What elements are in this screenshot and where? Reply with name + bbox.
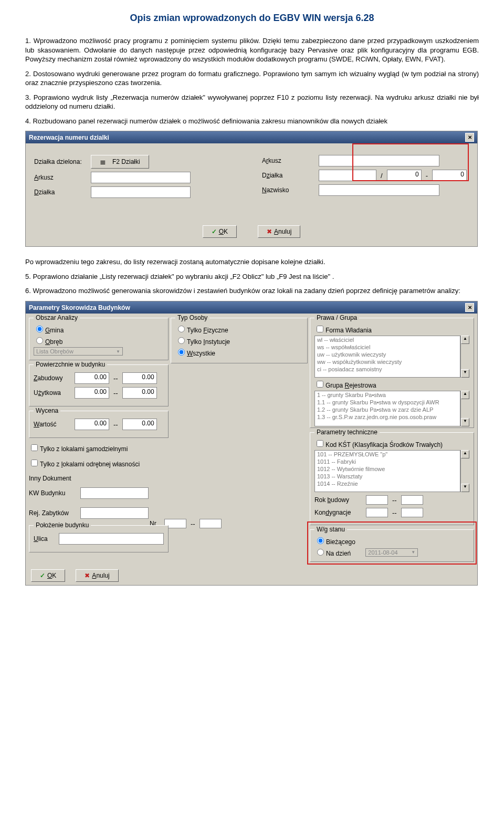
scroll-down-icon[interactable]: ▼ [461, 418, 469, 426]
sep: -- [113, 374, 118, 382]
scroll-down-icon[interactable]: ▼ [461, 369, 469, 378]
list-item[interactable]: 1 -- grunty Skarbu Pa•stwa [315, 391, 460, 399]
typ-title: Typ Osoby [175, 314, 209, 321]
sep: -- [113, 421, 118, 429]
wyc-title: Wycena [34, 407, 60, 414]
kw-label: KW Budynku [29, 489, 76, 497]
ulica-label: Ulica [34, 535, 55, 542]
kond-to[interactable] [401, 508, 423, 517]
wart-to[interactable]: 0.00 [122, 419, 157, 430]
scroll-up-icon[interactable]: ▲ [461, 450, 469, 458]
ok-button[interactable]: OK [203, 225, 237, 238]
highlight-box [352, 143, 469, 181]
scrollbar[interactable]: ▲▼ [460, 450, 469, 492]
prawa-group: Prawa / Grupa Forma Władania wl -- właśc… [310, 318, 474, 428]
zab-label: Zabudowy [34, 374, 70, 382]
wart-label: Wartość [34, 421, 70, 428]
list-item[interactable]: 1.2 -- grunty Skarbu Pa•stwa w zarz dzie… [315, 406, 460, 413]
zab-from[interactable]: 0.00 [75, 372, 109, 384]
dialog-titlebar-2: Parametry Skorowidza Budynków ✕ [26, 301, 477, 314]
nr-to[interactable] [200, 519, 222, 528]
dzialka-label-left: Działka [34, 189, 87, 196]
list-item[interactable]: 1011 -- Fabryki [315, 458, 460, 465]
radio-fiz[interactable]: Tylko Fizyczne [175, 324, 303, 334]
list-item[interactable]: uw -- użytkownik wieczysty [315, 351, 460, 358]
stan-group: W/g stanu Bieżącego Na dzień2011-08-04 [310, 529, 474, 562]
kw-input[interactable] [80, 487, 149, 499]
radio-obreb[interactable]: Obręb [34, 336, 164, 346]
forma-chk[interactable]: Forma Władania [314, 324, 469, 334]
wart-from[interactable]: 0.00 [75, 419, 109, 430]
paragraph-3: 3. Poprawiono wydruk listy „Rezerwacja n… [25, 93, 479, 111]
uzy-to[interactable]: 0.00 [122, 387, 157, 399]
list-item[interactable]: 1013 -- Warsztaty [315, 473, 460, 480]
list-item[interactable]: 1014 -- Rzeźnie [315, 480, 460, 487]
rok-to[interactable] [401, 495, 423, 505]
cancel-button-2[interactable]: Anuluj [76, 569, 118, 582]
arkusz-input-left[interactable] [91, 172, 191, 183]
list-icon [100, 158, 110, 166]
page-title: Opis zmian wprowadzonych do EGBV WIN wer… [25, 13, 479, 24]
x-icon [267, 228, 272, 235]
scroll-up-icon[interactable]: ▲ [461, 336, 469, 344]
kod-listbox[interactable]: 101 -- PRZEMYSŁOWE "p" 1011 -- Fabryki 1… [314, 450, 460, 492]
dialog-title: Rezerwacja numeru dzialki [29, 134, 109, 141]
rej-label: Rej. Zabytków [29, 509, 76, 517]
radio-gmina[interactable]: Gmina [34, 324, 164, 334]
paragraph-5: Po wprowadzeniu tego zakresu, do listy r… [25, 257, 479, 267]
dzielona-label: Działka dzielona: [34, 158, 87, 165]
sep: -- [191, 520, 195, 528]
scroll-up-icon[interactable]: ▲ [461, 391, 469, 399]
obszar-title: Obszar Analizy [34, 314, 80, 321]
sep: -- [113, 389, 118, 397]
paragraph-1: 1. Wprowadzono możliwość pracy programu … [25, 36, 479, 64]
dzialka-input-left[interactable] [91, 186, 191, 198]
check-icon [212, 228, 217, 235]
dzialka-label-right: Działka [262, 172, 314, 179]
prawa-title: Prawa / Grupa [314, 314, 359, 321]
list-item[interactable]: wl -- właściciel [315, 336, 460, 343]
f2-dzialki-button[interactable]: F2 Działki [91, 155, 149, 169]
list-item[interactable]: ww -- współużytkownik wieczysty [315, 358, 460, 366]
list-item[interactable]: 1.3 -- gr.S.P.w zarz.jedn.org.nie pos.os… [315, 413, 460, 421]
lista-obrebow-dropdown[interactable]: Lista Obrębów [34, 347, 123, 356]
list-item[interactable]: 101 -- PRZEMYSŁOWE "p" [315, 451, 460, 458]
kod-chk[interactable]: Kod KŚT (Klasyfikacja Środków Trwałych) [314, 439, 469, 448]
uzy-from[interactable]: 0.00 [75, 387, 109, 399]
chk-samodzielne[interactable]: Tylko z lokalami samodzielnymi [29, 443, 169, 453]
close-icon-2[interactable]: ✕ [465, 303, 474, 312]
scrollbar[interactable]: ▲▼ [460, 391, 469, 426]
ok-button-2[interactable]: OK [31, 569, 65, 582]
list-item[interactable]: 1.1 -- grunty Skarbu Pa•stwa w dyspozycj… [315, 399, 460, 406]
rok-from[interactable] [366, 495, 388, 505]
zab-to[interactable]: 0.00 [122, 372, 157, 384]
tech-group: Parametry techniczne Kod KŚT (Klasyfikac… [310, 432, 474, 525]
check-icon [40, 572, 45, 579]
chk-odrebnej[interactable]: Tylko z lokalami odrębnej własności [29, 458, 169, 468]
list-item[interactable]: ci -- posiadacz samoistny [315, 366, 460, 373]
f2-dzialki-text: F2 Działki [112, 158, 140, 165]
close-icon[interactable]: ✕ [465, 133, 474, 142]
wycena-group: Wycena Wartość0.00--0.00 [29, 411, 169, 438]
uzy-label: Użytkowa [34, 389, 70, 396]
grupa-listbox[interactable]: 1 -- grunty Skarbu Pa•stwa 1.1 -- grunty… [314, 391, 460, 426]
cancel-button[interactable]: Anuluj [258, 225, 300, 238]
poloz-title: Położenie budynku [34, 521, 91, 529]
list-item[interactable]: 1012 -- Wytwórnie filmowe [315, 465, 460, 473]
dialog-titlebar: Rezerwacja numeru dzialki ✕ [26, 131, 477, 143]
rej-input[interactable] [80, 507, 149, 519]
scroll-down-icon[interactable]: ▼ [461, 484, 469, 492]
ulica-input[interactable] [59, 533, 164, 545]
nazwisko-input[interactable] [319, 184, 439, 196]
x-icon [85, 572, 90, 579]
kond-from[interactable] [366, 508, 388, 517]
polozenie-group: Położenie budynku Ulica [29, 525, 169, 552]
radio-inst[interactable]: Tylko Instytucje [175, 336, 303, 346]
arkusz-label-right: Arkusz [262, 157, 314, 164]
pow-title: Powierzchnie w budynku [34, 361, 107, 368]
radio-wsz[interactable]: Wszystkie [175, 347, 303, 357]
list-item[interactable]: ws -- współwłaściciel [315, 343, 460, 351]
scrollbar[interactable]: ▲▼ [460, 336, 469, 378]
forma-listbox[interactable]: wl -- właściciel ws -- współwłaściciel u… [314, 336, 460, 378]
grupa-chk[interactable]: Grupa Rejestrowa [314, 379, 469, 389]
